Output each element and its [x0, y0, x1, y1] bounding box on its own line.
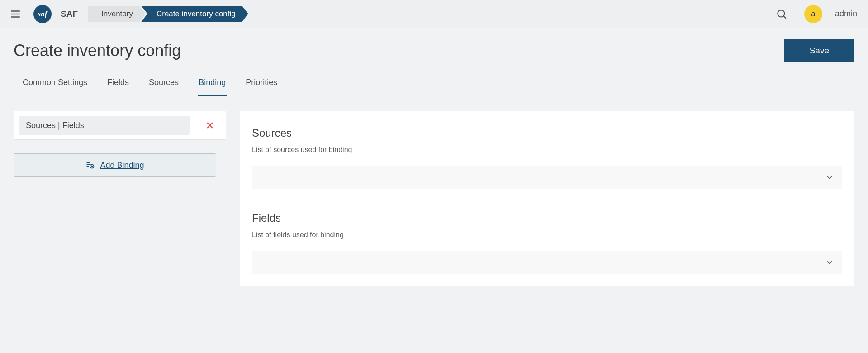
tab-content: Sources | Fields Add Bindin — [14, 96, 854, 286]
fields-section-title: Fields — [252, 212, 842, 224]
delete-binding-button[interactable] — [194, 111, 226, 139]
binding-details-panel: Sources List of sources used for binding… — [240, 111, 854, 286]
search-button[interactable] — [773, 5, 791, 23]
tab-binding[interactable]: Binding — [198, 75, 227, 96]
svg-line-4 — [784, 16, 786, 18]
breadcrumb: Inventory Create inventory config — [88, 6, 248, 22]
fields-section-subtitle: List of fields used for binding — [252, 231, 842, 239]
binding-list-panel: Sources | Fields Add Bindin — [14, 111, 226, 177]
page-body: Create inventory config Save Common Sett… — [0, 28, 868, 297]
sources-section-title: Sources — [252, 127, 842, 139]
binding-item-label: Sources | Fields — [19, 116, 190, 135]
app-header: saf SAF Inventory Create inventory confi… — [0, 0, 868, 28]
close-icon — [205, 121, 214, 130]
binding-item-card[interactable]: Sources | Fields — [14, 111, 226, 140]
config-tabs: Common Settings Fields Sources Binding P… — [14, 75, 854, 96]
breadcrumb-current[interactable]: Create inventory config — [141, 6, 248, 22]
svg-point-3 — [778, 10, 784, 17]
fields-select[interactable] — [252, 251, 842, 274]
add-binding-icon — [85, 161, 95, 170]
avatar[interactable]: a — [804, 5, 822, 23]
sources-section-subtitle: List of sources used for binding — [252, 146, 842, 154]
search-icon — [776, 8, 787, 20]
page-header-row: Create inventory config Save — [14, 39, 854, 62]
add-binding-label: Add Binding — [100, 161, 144, 170]
chevron-down-icon — [825, 258, 835, 267]
save-button[interactable]: Save — [784, 39, 854, 62]
chevron-down-icon — [825, 172, 835, 182]
tab-common-settings[interactable]: Common Settings — [22, 75, 88, 96]
tab-fields[interactable]: Fields — [106, 75, 130, 96]
app-name: SAF — [61, 9, 78, 19]
menu-button[interactable] — [8, 7, 23, 21]
breadcrumb-inventory[interactable]: Inventory — [88, 6, 146, 22]
tab-priorities[interactable]: Priorities — [245, 75, 278, 96]
app-logo[interactable]: saf — [33, 5, 52, 23]
hamburger-icon — [9, 8, 21, 20]
tab-sources[interactable]: Sources — [148, 75, 180, 96]
page-title: Create inventory config — [14, 41, 784, 60]
add-binding-button[interactable]: Add Binding — [14, 153, 216, 177]
username-label[interactable]: admin — [835, 9, 857, 19]
sources-select[interactable] — [252, 166, 842, 189]
